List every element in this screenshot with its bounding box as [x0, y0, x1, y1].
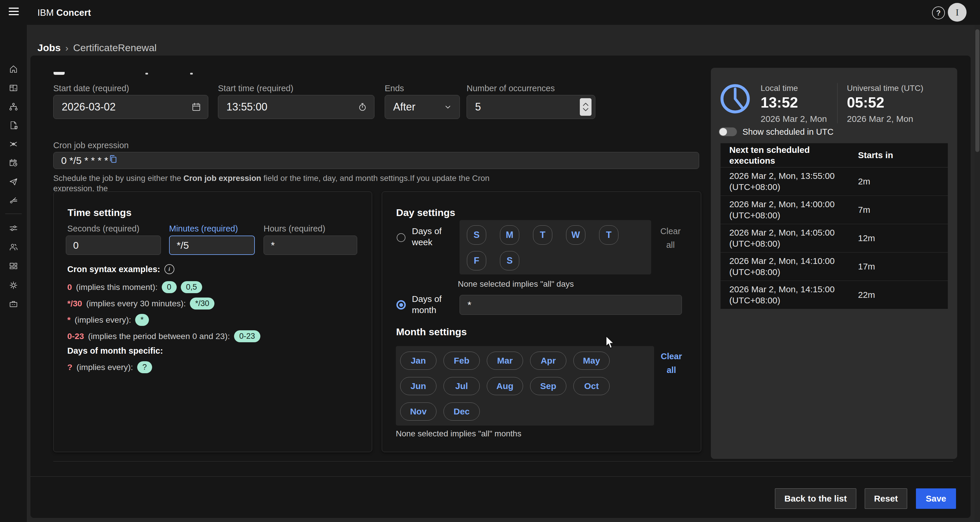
home-icon [8, 64, 18, 74]
show-utc-toggle[interactable] [719, 127, 737, 136]
start-date-field[interactable]: 2026-03-02 [53, 95, 208, 119]
occurrences-field[interactable]: 5 [466, 95, 595, 119]
example-token: * [67, 315, 70, 325]
avatar[interactable]: I [948, 3, 967, 22]
week-days-hint: None selected implies "all" days [458, 279, 574, 289]
week-day-pill[interactable]: M [500, 225, 519, 244]
example-text: (implies every): [75, 315, 131, 325]
sidebar-item-settings[interactable] [8, 280, 19, 290]
occurrences-value: 5 [475, 101, 580, 113]
deploy-rocket-icon [8, 176, 18, 186]
days-of-month-input[interactable]: * [460, 295, 682, 315]
week-day-pill[interactable]: S [467, 225, 486, 244]
calendar-icon[interactable] [192, 102, 201, 112]
table-row: 2026 Mar 2, Mon, 14:00:00 (UTC+08:00) 7m [721, 196, 948, 224]
week-day-pill[interactable]: F [467, 251, 486, 270]
month-pill[interactable]: Apr [530, 352, 566, 370]
dashboard-icon [8, 83, 18, 93]
clock-icon [719, 83, 751, 116]
month-pill[interactable]: Jan [400, 352, 436, 370]
execution-datetime: 2026 Mar 2, Mon, 13:55:00 (UTC+08:00) [721, 170, 858, 193]
month-pill[interactable]: Oct [573, 377, 610, 395]
month-pill[interactable]: Dec [444, 403, 480, 420]
window-scrollbar[interactable] [975, 25, 980, 522]
minutes-label: Minutes (required) [169, 224, 238, 233]
hours-input[interactable]: * [264, 236, 357, 255]
sidebar-item-data-flow[interactable] [8, 195, 19, 205]
sidebar-divider [5, 214, 22, 214]
month-picker: JanFebMarAprMayJunJulAugSepOctNovDec [396, 346, 654, 425]
sidebar-item-topology[interactable] [8, 102, 19, 112]
days-of-month-label: Days of month [412, 294, 442, 316]
executions-column-header: Next ten scheduled executions [721, 144, 858, 166]
example-token: 0-23 [67, 332, 84, 341]
save-button[interactable]: Save [916, 489, 956, 509]
cron-example-row: * (implies every): * [67, 314, 149, 326]
month-pill[interactable]: Mar [487, 352, 523, 370]
data-flow-icon [8, 195, 18, 205]
sidebar-item-deploy[interactable] [8, 176, 19, 187]
info-icon[interactable]: i [164, 264, 174, 274]
menu-hamburger-icon[interactable] [9, 8, 19, 17]
number-stepper[interactable] [580, 98, 592, 116]
scrollbar-thumb[interactable] [975, 29, 979, 152]
sidebar-item-integration[interactable] [8, 139, 19, 149]
help-icon[interactable]: ? [932, 6, 945, 19]
days-of-week-radio[interactable] [397, 233, 406, 242]
app-brand: IBM Concert [37, 8, 91, 18]
month-pill[interactable]: Sep [530, 377, 566, 395]
ends-dropdown[interactable]: After [385, 95, 460, 119]
example-tag: 0 [162, 281, 177, 293]
execution-datetime: 2026 Mar 2, Mon, 14:10:00 (UTC+08:00) [721, 255, 858, 278]
seconds-label: Seconds (required) [67, 224, 140, 233]
clear-all-days-button[interactable]: Clear all [654, 224, 687, 252]
sidebar-item-home[interactable] [8, 64, 19, 75]
minutes-input[interactable]: */5 [169, 236, 255, 255]
month-pill[interactable]: Jul [444, 377, 480, 395]
back-to-list-button[interactable]: Back to the list [775, 489, 856, 509]
sidebar-item-users[interactable] [8, 242, 19, 252]
example-text: (implies this moment): [76, 282, 158, 292]
sidebar-item-adjust[interactable] [8, 223, 19, 233]
sidebar-item-toolbox[interactable] [8, 299, 19, 309]
scrolled-content-fragment [54, 72, 65, 75]
example-tag: */30 [190, 298, 215, 309]
example-token: 0 [67, 282, 72, 292]
cron-expression-value: 0 */5 * * * * [61, 155, 108, 166]
sidebar-item-schedule[interactable] [8, 157, 19, 168]
starts-in-column-header: Starts in [858, 150, 893, 160]
timer-icon[interactable] [358, 102, 367, 112]
month-pill[interactable]: May [573, 352, 610, 370]
week-day-pill[interactable]: W [566, 225, 585, 244]
hours-label: Hours (required) [264, 224, 325, 233]
sidebar-item-documents[interactable] [8, 120, 19, 131]
footer-divider [30, 476, 970, 477]
seconds-input[interactable]: 0 [66, 236, 161, 255]
example-tags: */30 [190, 298, 215, 309]
week-day-pill[interactable]: T [533, 225, 552, 244]
start-time-label: Start time (required) [218, 84, 293, 93]
week-day-pill[interactable]: S [500, 251, 519, 270]
utc-time-value: 05:52 [847, 94, 885, 111]
days-of-month-radio[interactable] [396, 300, 406, 309]
month-pill[interactable]: Aug [487, 377, 523, 395]
local-time-value: 13:52 [760, 94, 798, 111]
cron-expression-field[interactable]: 0 */5 * * * * [53, 152, 699, 169]
clear-all-months-button[interactable]: Clear all [655, 349, 687, 377]
start-time-field[interactable]: 13:55:00 [218, 95, 374, 119]
sidebar-item-applications[interactable] [8, 260, 19, 271]
utc-time-label: Universal time (UTC) [847, 84, 923, 93]
execution-datetime: 2026 Mar 2, Mon, 14:00:00 (UTC+08:00) [721, 199, 858, 221]
month-pill[interactable]: Nov [400, 403, 436, 420]
breadcrumb-jobs[interactable]: Jobs [37, 42, 60, 54]
reset-button[interactable]: Reset [865, 489, 907, 509]
copy-button[interactable] [108, 154, 118, 167]
breadcrumb: Jobs › CertificateRenewal [37, 42, 156, 54]
sidebar-item-dashboard[interactable] [8, 83, 19, 93]
cron-example-row: ? (implies every): ? [67, 361, 152, 373]
week-day-pill[interactable]: T [599, 225, 619, 244]
day-settings-card: Day settings Days of week SMTWTFS Clear … [382, 192, 701, 452]
month-pill[interactable]: Jun [400, 377, 436, 395]
table-row: 2026 Mar 2, Mon, 14:15:00 (UTC+08:00) 22… [721, 281, 948, 309]
month-pill[interactable]: Feb [444, 352, 480, 370]
